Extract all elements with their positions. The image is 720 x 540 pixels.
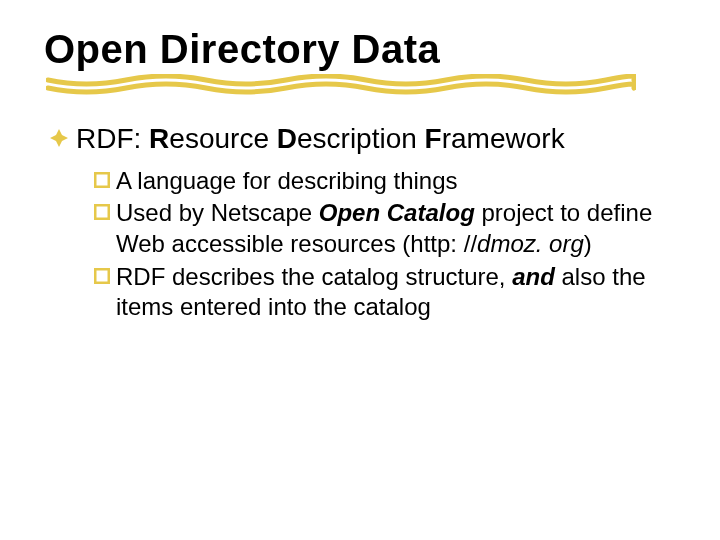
svg-rect-0 <box>95 173 109 187</box>
cross-bullet-icon <box>48 127 70 149</box>
title-underline-icon <box>46 74 636 98</box>
item-3-text: RDF describes the catalog structure, and… <box>116 262 676 323</box>
item-1-text: A language for describing things <box>116 166 458 197</box>
heading-f: F <box>425 123 442 154</box>
heading-frest: ramework <box>442 123 565 154</box>
bullet-list: A language for describing things Used by… <box>48 166 676 324</box>
item-2a: Used by Netscape <box>116 199 319 226</box>
item-3b: and <box>512 263 555 290</box>
heading-abbrev: RDF: <box>76 123 141 154</box>
list-item: A language for describing things <box>94 166 676 197</box>
heading-d: D <box>277 123 297 154</box>
item-2d: dmoz. org <box>477 230 584 257</box>
slide-title: Open Directory Data <box>44 28 676 70</box>
square-bullet-icon <box>94 204 110 220</box>
heading-drest: escription <box>297 123 425 154</box>
square-bullet-icon <box>94 268 110 284</box>
item-3a: RDF describes the catalog structure, <box>116 263 512 290</box>
list-item: RDF describes the catalog structure, and… <box>94 262 676 323</box>
item-2e: ) <box>584 230 592 257</box>
heading-r: R <box>149 123 169 154</box>
heading-rrest: esource <box>169 123 276 154</box>
heading-line: RDF: Resource Description Framework <box>48 122 676 156</box>
square-bullet-icon <box>94 172 110 188</box>
item-2-text: Used by Netscape Open Catalog project to… <box>116 198 676 259</box>
heading-text: RDF: Resource Description Framework <box>76 122 565 156</box>
svg-rect-1 <box>95 205 109 219</box>
svg-rect-2 <box>95 269 109 283</box>
slide: Open Directory Data RDF: Resource Descri… <box>0 0 720 540</box>
slide-body: RDF: Resource Description Framework A la… <box>44 122 676 323</box>
list-item: Used by Netscape Open Catalog project to… <box>94 198 676 259</box>
item-2b: Open Catalog <box>319 199 475 226</box>
